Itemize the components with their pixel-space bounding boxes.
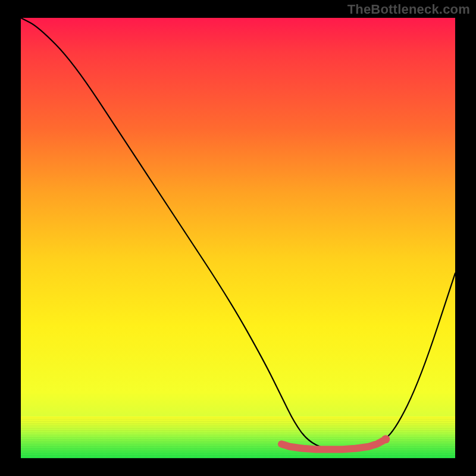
watermark-text: TheBottleneck.com [347, 2, 470, 17]
red-marker-band [281, 439, 386, 449]
plot-area [21, 18, 455, 458]
curve-svg [21, 18, 455, 458]
black-curve [21, 18, 455, 449]
chart-frame: TheBottleneck.com [0, 0, 476, 476]
red-end-dot [381, 435, 390, 443]
